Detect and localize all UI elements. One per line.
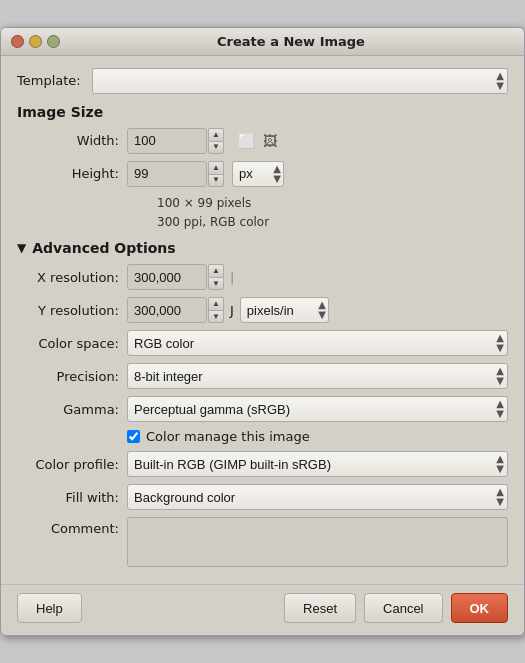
comment-label: Comment: xyxy=(17,517,127,536)
xresolution-label: X resolution: xyxy=(17,270,127,285)
xresolution-increment-button[interactable]: ▲ xyxy=(208,264,224,277)
gamma-select[interactable]: Perceptual gamma (sRGB) Linear light Non… xyxy=(127,396,508,422)
width-input[interactable] xyxy=(127,128,207,154)
unit-select[interactable]: px mm cm in xyxy=(232,161,284,187)
colorprofile-label: Color profile: xyxy=(17,457,127,472)
window-controls xyxy=(11,35,60,48)
minimize-button[interactable] xyxy=(29,35,42,48)
chain-link-icon: | xyxy=(230,271,234,284)
collapse-triangle-icon: ▼ xyxy=(17,241,26,255)
xresolution-input[interactable] xyxy=(127,264,207,290)
colorprofile-row: Color profile: Built-in RGB (GIMP built-… xyxy=(17,451,508,477)
color-manage-checkbox[interactable] xyxy=(127,430,140,443)
ok-button[interactable]: OK xyxy=(451,593,509,623)
precision-select[interactable]: 8-bit integer 16-bit integer 32-bit floa… xyxy=(127,363,508,389)
fillwith-select-container: Background color Foreground color White … xyxy=(127,484,508,510)
comment-row: Comment: xyxy=(17,517,508,567)
xresolution-row: X resolution: ▲ ▼ | xyxy=(17,264,508,290)
width-increment-button[interactable]: ▲ xyxy=(208,128,224,141)
reset-button[interactable]: Reset xyxy=(284,593,356,623)
precision-select-container: 8-bit integer 16-bit integer 32-bit floa… xyxy=(127,363,508,389)
fillwith-select[interactable]: Background color Foreground color White … xyxy=(127,484,508,510)
size-info: 100 × 99 pixels 300 ppi, RGB color xyxy=(157,194,508,232)
width-decrement-button[interactable]: ▼ xyxy=(208,141,224,154)
close-button[interactable] xyxy=(11,35,24,48)
image-size-title: Image Size xyxy=(17,104,508,120)
color-manage-row: Color manage this image xyxy=(127,429,508,444)
size-info-pixels: 100 × 99 pixels xyxy=(157,194,508,213)
gamma-row: Gamma: Perceptual gamma (sRGB) Linear li… xyxy=(17,396,508,422)
cancel-button[interactable]: Cancel xyxy=(364,593,442,623)
fillwith-row: Fill with: Background color Foreground c… xyxy=(17,484,508,510)
landscape-icon[interactable]: 🖼 xyxy=(260,131,280,151)
footer: Help Reset Cancel OK xyxy=(1,584,524,635)
resolution-chain: | xyxy=(230,271,234,284)
template-row: Template: ▲▼ xyxy=(17,68,508,94)
create-image-dialog: Create a New Image Template: ▲▼ Image Si… xyxy=(0,27,525,636)
xresolution-spin-buttons: ▲ ▼ xyxy=(208,264,224,290)
height-input[interactable] xyxy=(127,161,207,187)
xresolution-spinner: ▲ ▼ xyxy=(127,264,224,290)
colorspace-label: Color space: xyxy=(17,336,127,351)
width-spinner: ▲ ▼ xyxy=(127,128,224,154)
template-select[interactable] xyxy=(92,68,508,94)
link-icons: ⬜ 🖼 xyxy=(236,131,280,151)
comment-textarea[interactable] xyxy=(127,517,508,567)
xresolution-decrement-button[interactable]: ▼ xyxy=(208,277,224,290)
yresolution-decrement-button[interactable]: ▼ xyxy=(208,310,224,323)
colorprofile-select-container: Built-in RGB (GIMP built-in sRGB) ▲▼ xyxy=(127,451,508,477)
yresolution-row: Y resolution: ▲ ▼ J pixels/in pixels/mm … xyxy=(17,297,508,323)
height-row: Height: ▲ ▼ px mm cm in ▲▼ xyxy=(17,161,508,187)
res-unit-wrapper: pixels/in pixels/mm pixels/cm ▲▼ xyxy=(240,297,329,323)
colorprofile-select[interactable]: Built-in RGB (GIMP built-in sRGB) xyxy=(127,451,508,477)
yresolution-increment-button[interactable]: ▲ xyxy=(208,297,224,310)
help-button[interactable]: Help xyxy=(17,593,82,623)
precision-row: Precision: 8-bit integer 16-bit integer … xyxy=(17,363,508,389)
height-label: Height: xyxy=(17,166,127,181)
unit-wrapper: px mm cm in ▲▼ xyxy=(232,161,284,187)
template-label: Template: xyxy=(17,73,92,88)
colorspace-select[interactable]: RGB color Grayscale CMYK xyxy=(127,330,508,356)
yresolution-spinner: ▲ ▼ xyxy=(127,297,224,323)
advanced-options-header[interactable]: ▼ Advanced Options xyxy=(17,240,508,256)
colorspace-row: Color space: RGB color Grayscale CMYK ▲▼ xyxy=(17,330,508,356)
resolution-unit-select[interactable]: pixels/in pixels/mm pixels/cm xyxy=(240,297,329,323)
portrait-icon[interactable]: ⬜ xyxy=(236,131,256,151)
footer-right: Reset Cancel OK xyxy=(284,593,508,623)
advanced-options-title: Advanced Options xyxy=(32,240,175,256)
width-label: Width: xyxy=(17,133,127,148)
gamma-select-container: Perceptual gamma (sRGB) Linear light Non… xyxy=(127,396,508,422)
resolution-link-icon: J xyxy=(230,303,234,318)
color-manage-label[interactable]: Color manage this image xyxy=(146,429,310,444)
yresolution-input[interactable] xyxy=(127,297,207,323)
width-spin-buttons: ▲ ▼ xyxy=(208,128,224,154)
maximize-button[interactable] xyxy=(47,35,60,48)
footer-left: Help xyxy=(17,593,284,623)
height-spinner: ▲ ▼ xyxy=(127,161,224,187)
yresolution-spin-buttons: ▲ ▼ xyxy=(208,297,224,323)
template-select-container: ▲▼ xyxy=(92,68,508,94)
fillwith-label: Fill with: xyxy=(17,490,127,505)
titlebar: Create a New Image xyxy=(1,28,524,56)
height-decrement-button[interactable]: ▼ xyxy=(208,174,224,187)
gamma-label: Gamma: xyxy=(17,402,127,417)
width-row: Width: ▲ ▼ ⬜ 🖼 xyxy=(17,128,508,154)
size-info-resolution: 300 ppi, RGB color xyxy=(157,213,508,232)
height-spin-buttons: ▲ ▼ xyxy=(208,161,224,187)
window-title: Create a New Image xyxy=(68,34,514,49)
height-increment-button[interactable]: ▲ xyxy=(208,161,224,174)
colorspace-select-container: RGB color Grayscale CMYK ▲▼ xyxy=(127,330,508,356)
precision-label: Precision: xyxy=(17,369,127,384)
yresolution-label: Y resolution: xyxy=(17,303,127,318)
